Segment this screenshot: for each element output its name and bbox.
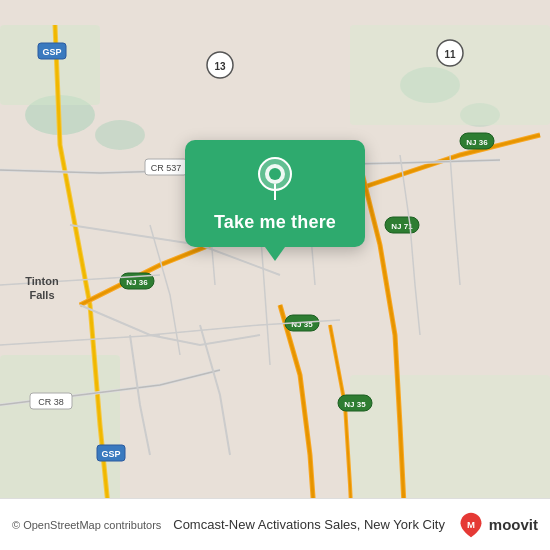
svg-text:CR 38: CR 38: [38, 397, 64, 407]
svg-text:NJ 36: NJ 36: [126, 278, 148, 287]
location-pin-icon: [257, 156, 293, 204]
svg-text:CR 537: CR 537: [151, 163, 182, 173]
moovit-icon: M: [457, 511, 485, 539]
copyright-text: © OpenStreetMap contributors: [12, 519, 161, 531]
svg-rect-5: [0, 25, 100, 105]
location-label: Comcast-New Activations Sales, New York …: [169, 517, 448, 532]
svg-text:Tinton: Tinton: [25, 275, 59, 287]
svg-point-2: [95, 120, 145, 150]
svg-point-35: [269, 168, 281, 180]
popup-card: Take me there: [185, 140, 365, 247]
svg-text:GSP: GSP: [101, 449, 120, 459]
svg-text:NJ 35: NJ 35: [344, 400, 366, 409]
moovit-logo: M moovit: [457, 511, 538, 539]
bottom-bar: © OpenStreetMap contributors Comcast-New…: [0, 498, 550, 550]
moovit-text: moovit: [489, 516, 538, 533]
svg-text:Falls: Falls: [29, 289, 54, 301]
svg-text:NJ 36: NJ 36: [466, 138, 488, 147]
svg-text:13: 13: [214, 61, 226, 72]
bottom-bar-left: © OpenStreetMap contributors: [12, 519, 161, 531]
svg-text:M: M: [467, 518, 475, 529]
svg-text:11: 11: [444, 49, 456, 60]
map-container: GSP GSP NJ 36 NJ 36 13 11 CR 537 NJ 71: [0, 0, 550, 550]
map-svg: GSP GSP NJ 36 NJ 36 13 11 CR 537 NJ 71: [0, 0, 550, 550]
take-me-there-button[interactable]: Take me there: [214, 212, 336, 233]
svg-text:GSP: GSP: [42, 47, 61, 57]
